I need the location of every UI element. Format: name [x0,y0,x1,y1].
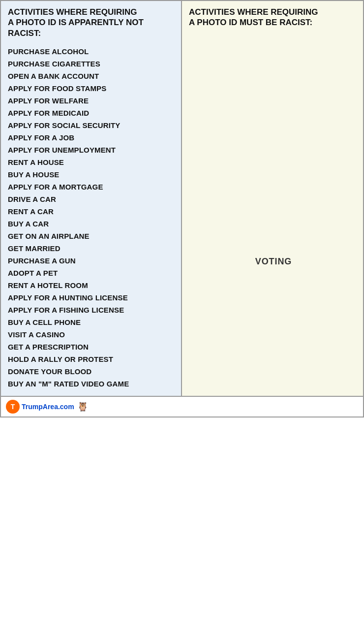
footer-trump: Trump [22,403,43,411]
footer-site-name: TrumpArea.com [22,403,74,411]
left-list-item: OPEN A BANK ACCOUNT [8,70,176,82]
left-list-item: APPLY FOR UNEMPLOYMENT [8,144,176,156]
left-list-item: RENT A HOUSE [8,156,176,168]
left-list-item: BUY A CELL PHONE [8,316,176,328]
left-list-item: DRIVE A CAR [8,193,176,205]
left-list-item: BUY AN "M" RATED VIDEO GAME [8,378,176,390]
footer: T TrumpArea.com 🦉 [1,396,363,417]
left-list-item: HOLD A RALLY OR PROTEST [8,353,176,365]
footer-owl-icon: 🦉 [77,401,88,412]
left-list-item: GET MARRIED [8,242,176,255]
left-list-item: GET A PRESCRIPTION [8,341,176,353]
left-list-item: BUY A HOUSE [8,168,176,181]
left-list-item: RENT A CAR [8,205,176,218]
left-column: ACTIVITIES WHERE REQUIRING A PHOTO ID IS… [1,1,182,396]
left-list-item: DONATE YOUR BLOOD [8,365,176,378]
columns: ACTIVITIES WHERE REQUIRING A PHOTO ID IS… [1,1,363,396]
left-list-item: APPLY FOR A JOB [8,131,176,144]
left-list-item: APPLY FOR SOCIAL SECURITY [8,119,176,131]
right-content: VOTING [189,35,358,390]
trump-icon: T [6,400,20,414]
left-header: ACTIVITIES WHERE REQUIRING A PHOTO ID IS… [8,7,176,38]
right-header: ACTIVITIES WHERE REQUIRING A PHOTO ID MU… [189,7,318,28]
left-list-item: PURCHASE CIGARETTES [8,58,176,70]
left-list-item: APPLY FOR A MORTGAGE [8,181,176,193]
left-list-item: BUY A CAR [8,218,176,230]
left-list-item: ADOPT A PET [8,267,176,279]
footer-logo: T TrumpArea.com [6,400,74,414]
footer-area: Area [43,403,58,411]
right-column: ACTIVITIES WHERE REQUIRING A PHOTO ID MU… [182,1,363,396]
left-list-item: GET ON AN AIRPLANE [8,230,176,242]
left-list-item: APPLY FOR A HUNTING LICENSE [8,291,176,304]
left-list: PURCHASE ALCOHOLPURCHASE CIGARETTESOPEN … [8,45,176,390]
left-list-item: VISIT A CASINO [8,328,176,341]
left-list-item: PURCHASE A GUN [8,255,176,267]
left-list-item: APPLY FOR A FISHING LICENSE [8,304,176,316]
left-list-item: RENT A HOTEL ROOM [8,279,176,291]
footer-domain: .com [58,403,74,411]
left-list-item: APPLY FOR FOOD STAMPS [8,82,176,95]
main-container: ACTIVITIES WHERE REQUIRING A PHOTO ID IS… [0,0,364,417]
left-list-item: APPLY FOR WELFARE [8,95,176,107]
left-list-item: PURCHASE ALCOHOL [8,45,176,58]
left-list-item: APPLY FOR MEDICAID [8,107,176,119]
voting-label: VOTING [255,257,292,267]
